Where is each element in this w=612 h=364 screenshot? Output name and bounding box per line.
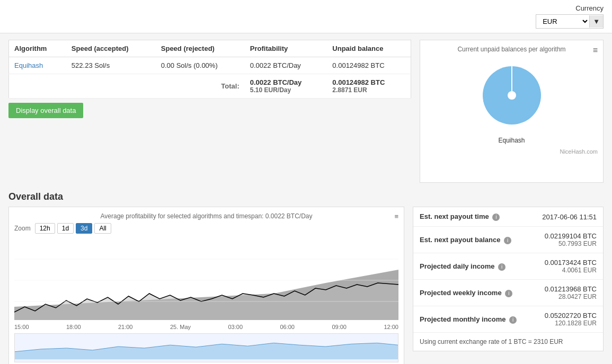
- stats-label-daily-income: Projected daily income i: [420, 262, 505, 271]
- col-unpaid-balance: Unpaid balance: [327, 40, 411, 57]
- currency-label: Currency: [575, 4, 604, 12]
- total-unpaid: 0.00124982 BTC 2.8871 EUR: [327, 74, 411, 99]
- x-label-2: 21:00: [118, 324, 133, 330]
- stats-value-payout-time: 2017-06-06 11:51: [542, 213, 597, 221]
- col-speed-accepted: Speed (accepted): [66, 40, 156, 57]
- info-icon-daily-income[interactable]: i: [498, 263, 505, 271]
- stats-label-weekly-income: Projected weekly income i: [420, 289, 512, 297]
- stats-row-daily-income: Projected daily income i 0.00173424 BTC …: [413, 253, 603, 280]
- currency-select-wrapper[interactable]: EUR USD BTC ▼: [536, 14, 604, 29]
- x-label-4: 03:00: [228, 324, 243, 330]
- pie-chart-svg: [475, 58, 549, 132]
- stats-value-weekly-income: 0.01213968 BTC 28.0427 EUR: [545, 285, 597, 300]
- chart-left-col: Average profitability for selected algor…: [8, 207, 404, 364]
- stats-label-payout-balance: Est. next payout balance i: [420, 236, 511, 244]
- pie-chart-menu-icon[interactable]: ≡: [593, 46, 598, 55]
- x-label-0: 15:00: [14, 324, 29, 330]
- right-column: Current unpaid balances per algorithm ≡ …: [420, 40, 604, 183]
- top-bar: Currency EUR USD BTC ▼: [0, 0, 612, 33]
- stats-row-payout-time: Est. next payout time i 2017-06-06 11:51: [413, 207, 603, 227]
- info-icon-monthly-income[interactable]: i: [509, 316, 517, 324]
- display-overall-data-button[interactable]: Display overall data: [8, 103, 83, 118]
- equihash-link[interactable]: Equihash: [14, 61, 43, 69]
- svg-marker-8: [15, 343, 398, 359]
- left-column: Algorithm Speed (accepted) Speed (reject…: [8, 40, 411, 183]
- pie-nicehash-credit: NiceHash.com: [425, 148, 598, 155]
- x-label-1: 18:00: [66, 324, 81, 330]
- top-layout-row: Algorithm Speed (accepted) Speed (reject…: [8, 40, 604, 183]
- currency-select[interactable]: EUR USD BTC: [536, 15, 589, 28]
- info-icon-weekly-income[interactable]: i: [505, 290, 512, 297]
- profitability-chart-card: Average profitability for selected algor…: [8, 207, 404, 364]
- zoom-controls: Zoom 12h 1d 3d All: [14, 223, 398, 234]
- mini-chart: [14, 333, 398, 362]
- table-row: Equihash 522.23 Sol/s 0.00 Sol/s (0.00%)…: [9, 57, 411, 74]
- zoom-1d-button[interactable]: 1d: [57, 223, 74, 234]
- stats-row-monthly-income: Projected monthly income i 0.05202720 BT…: [413, 306, 603, 333]
- x-label-5: 06:00: [280, 324, 295, 330]
- stats-label-payout-time: Est. next payout time i: [420, 212, 500, 221]
- unpaid-balance-cell: 0.00124982 BTC: [327, 57, 411, 74]
- main-chart-area: [14, 238, 398, 323]
- mini-chart-svg: [15, 334, 398, 362]
- x-label-3: 25. May: [170, 324, 191, 330]
- col-algorithm: Algorithm: [9, 40, 66, 57]
- stats-right-col: Est. next payout time i 2017-06-06 11:51…: [413, 207, 604, 364]
- zoom-label: Zoom: [14, 225, 31, 232]
- profit-chart-header: Average profitability for selected algor…: [14, 212, 398, 220]
- table-total-row: Total: 0.0022 BTC/Day 5.10 EUR/Day 0.001…: [9, 74, 411, 99]
- stats-row-payout-balance: Est. next payout balance i 0.02199104 BT…: [413, 227, 603, 253]
- currency-dropdown-icon[interactable]: ▼: [589, 15, 603, 28]
- stats-value-monthly-income: 0.05202720 BTC 120.1828 EUR: [545, 312, 597, 327]
- stats-row-weekly-income: Projected weekly income i 0.01213968 BTC…: [413, 280, 603, 306]
- x-label-7: 12:00: [384, 324, 398, 330]
- zoom-12h-button[interactable]: 12h: [35, 223, 55, 234]
- x-axis-labels: 15:00 18:00 21:00 25. May 03:00 06:00 09…: [14, 323, 398, 331]
- zoom-all-button[interactable]: All: [94, 223, 111, 234]
- stats-value-payout-balance: 0.02199104 BTC 50.7993 EUR: [545, 232, 597, 247]
- total-profitability: 0.0022 BTC/Day 5.10 EUR/Day: [245, 74, 327, 99]
- speed-accepted-cell: 522.23 Sol/s: [66, 57, 156, 74]
- pie-chart-card: Current unpaid balances per algorithm ≡ …: [420, 40, 604, 183]
- speed-rejected-cell: 0.00 Sol/s (0.00%): [156, 57, 245, 74]
- currency-section: Currency EUR USD BTC ▼: [536, 4, 604, 29]
- profit-chart-menu-icon[interactable]: ≡: [394, 212, 398, 220]
- info-icon-payout-time[interactable]: i: [492, 214, 500, 221]
- total-label: Total:: [9, 74, 245, 99]
- table-header-row: Algorithm Speed (accepted) Speed (reject…: [9, 40, 411, 57]
- stats-panel: Est. next payout time i 2017-06-06 11:51…: [413, 207, 604, 351]
- pie-chart-title: Current unpaid balances per algorithm: [425, 46, 598, 53]
- info-icon-payout-balance[interactable]: i: [504, 237, 511, 244]
- zoom-3d-button[interactable]: 3d: [76, 223, 92, 234]
- stats-label-monthly-income: Projected monthly income i: [420, 315, 517, 324]
- stats-value-daily-income: 0.00173424 BTC 4.0061 EUR: [545, 259, 597, 274]
- profitability-cell: 0.0022 BTC/Day: [245, 57, 327, 74]
- col-speed-rejected: Speed (rejected): [156, 40, 245, 57]
- overall-section-title: Overall data: [8, 191, 604, 202]
- svg-point-2: [508, 91, 516, 100]
- pie-container: Equihash: [425, 58, 598, 144]
- main-content: Algorithm Speed (accepted) Speed (reject…: [0, 33, 612, 364]
- main-chart-svg: [14, 238, 398, 323]
- x-label-6: 09:00: [332, 324, 347, 330]
- col-profitability: Profitability: [245, 40, 327, 57]
- exchange-note: Using current exchange rate of 1 BTC = 2…: [413, 333, 603, 351]
- bottom-layout-row: Average profitability for selected algor…: [8, 207, 604, 364]
- pie-chart-label: Equihash: [498, 137, 525, 144]
- mining-table: Algorithm Speed (accepted) Speed (reject…: [8, 40, 411, 99]
